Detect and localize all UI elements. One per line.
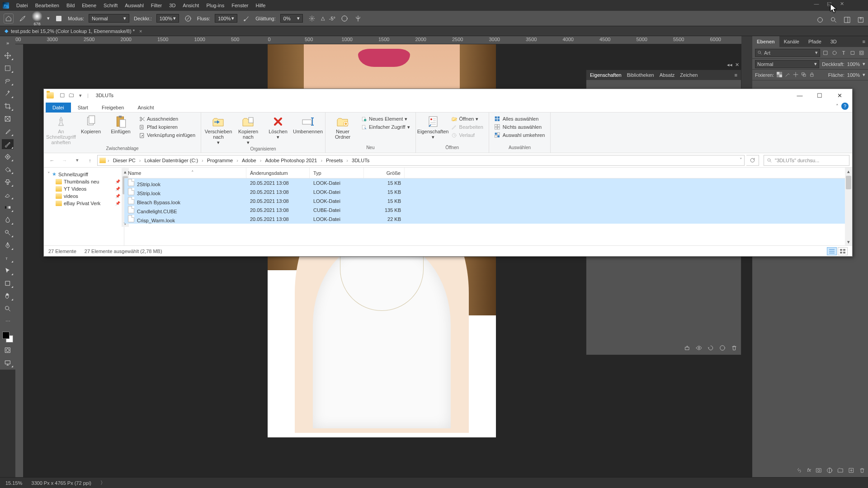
delete-button[interactable]: Löschen▾ [264,114,292,140]
ribbon-tab-share[interactable]: Freigeben [95,103,131,113]
breadcrumb[interactable]: Programme [205,155,235,165]
explorer-titlebar[interactable]: ▾ | 3DLUTs — ☐ ✕ [44,89,852,102]
paste-button[interactable]: Einfügen [107,114,134,134]
smoothing-options-icon[interactable] [307,14,316,23]
menu-hilfe[interactable]: Hilfe [252,0,269,11]
breadcrumb[interactable]: Adobe [240,155,258,165]
eyedropper-tool-icon[interactable] [2,127,14,136]
breadcrumb[interactable]: 3DLUTs [350,155,371,165]
frame-tool-icon[interactable] [2,114,14,124]
chevron-down-icon[interactable]: ▾ [76,91,85,99]
filter-pixel-icon[interactable] [822,49,829,56]
help-icon[interactable]: ? [841,103,849,110]
zoom-level[interactable]: 15.15% [5,480,22,486]
chevron-right-icon[interactable]: › [107,158,110,163]
cut-button[interactable]: Ausschneiden [137,115,197,122]
new-layer-icon[interactable] [848,467,854,474]
nav-recent-button[interactable]: ▾ [72,155,83,166]
breadcrumb[interactable]: Adobe Photoshop 2021 [263,155,319,165]
menu-ebene[interactable]: Ebene [78,0,100,11]
fx-icon[interactable]: fx [807,467,811,474]
file-row[interactable]: Candlelight.CUBE20.05.2021 13:08CUBE-Dat… [124,206,852,215]
adjustment-icon[interactable] [826,467,833,474]
edit-button[interactable]: Bearbeiten [449,123,485,131]
close-tab-icon[interactable]: × [139,28,142,34]
properties-button[interactable]: Eigenschaften▾ [420,114,447,140]
breadcrumb[interactable]: Lokaler Datenträger (C:) [142,155,200,165]
close-icon[interactable]: ✕ [735,62,739,68]
screenmode-icon[interactable] [2,358,14,368]
chevron-down-icon[interactable]: ▾ [863,72,865,78]
selectnone-button[interactable]: Nichts auswählen [493,123,547,131]
lock-pixels-icon[interactable] [785,72,790,78]
panel-tab-3d[interactable]: 3D [826,36,841,47]
column-type[interactable]: Typ [310,168,364,178]
restore-icon[interactable]: ◱ [826,1,833,7]
menu-fenster[interactable]: Fenster [228,0,252,11]
chevron-right-icon[interactable]: 〉 [100,479,105,486]
lasso-tool-icon[interactable] [2,76,14,86]
file-row[interactable]: 3Strip.look20.05.2021 13:08LOOK-Datei15 … [124,188,852,197]
column-date[interactable]: Änderungsdatum [246,168,310,178]
cloud-docs-icon[interactable] [816,16,824,24]
panel-tab-channels[interactable]: Kanäle [779,36,804,47]
ribbon-tab-file[interactable]: Datei [46,103,71,113]
link-layers-icon[interactable] [796,467,802,474]
chevron-down-icon[interactable]: ˅ [740,157,742,163]
nav-up-button[interactable]: ↑ [85,155,95,166]
chevron-right-icon[interactable]: › [138,158,142,163]
fill-value[interactable]: 100% [847,72,860,78]
visibility-icon[interactable] [696,345,702,352]
chevron-down-icon[interactable]: ▾ [863,61,865,67]
copyto-button[interactable]: Kopieren nach▾ [235,114,262,145]
chevron-right-icon[interactable]: › [345,158,349,163]
pressure-opacity-icon[interactable] [184,14,193,23]
newfolder-button[interactable]: Neuer Ordner [329,114,356,140]
copypath-button[interactable]: Pfad kopieren [137,123,197,131]
home-icon[interactable] [4,14,14,23]
filter-type-icon[interactable]: T [840,49,847,56]
thumbnails-view-button[interactable] [838,247,848,255]
blend-mode-select[interactable]: Normal▾ [89,14,129,23]
column-size[interactable]: Größe [364,168,405,178]
filter-smart-icon[interactable] [858,49,865,56]
brush-panel-toggle-icon[interactable] [54,14,63,23]
ribbon-tab-view[interactable]: Ansicht [131,103,160,113]
quick-access-root[interactable]: ˅★Schnellzugriff [46,170,122,178]
nav-item[interactable]: eBay Privat Verk📌 [46,200,122,207]
clip-icon[interactable] [684,345,690,352]
reset-icon[interactable] [708,345,714,352]
copy-button[interactable]: Kopieren [77,114,104,134]
breadcrumb[interactable]: Presets [324,155,344,165]
qa-props-icon[interactable] [58,91,66,99]
pressure-size-icon[interactable] [340,14,349,23]
address-bar[interactable]: › Dieser PC› Lokaler Datenträger (C:)› P… [97,155,745,166]
minimize-button[interactable]: — [790,89,810,102]
menu-bild[interactable]: Bild [63,0,78,11]
history-button[interactable]: Verlauf [449,131,485,139]
chevron-right-icon[interactable]: › [259,158,263,163]
panel-tab-paragraph[interactable]: Absatz [660,72,675,78]
close-icon[interactable]: ✕ [838,1,845,7]
lock-transparency-icon[interactable] [777,72,782,78]
menu-plug-ins[interactable]: Plug-ins [203,0,228,11]
nav-back-button[interactable]: ← [47,155,57,166]
search-input[interactable]: "3DLUTs" durchsu... [764,155,849,166]
panel-tab-character[interactable]: Zeichen [680,72,698,78]
symmetry-icon[interactable] [354,14,363,23]
maximize-button[interactable]: ☐ [810,89,830,102]
minimize-icon[interactable]: — [813,1,820,7]
menu-datei[interactable]: Datei [13,0,32,11]
eraser-tool-icon[interactable] [2,190,14,200]
paintbucket-tool-icon[interactable] [2,164,14,174]
zoom-tool-icon[interactable] [2,304,14,314]
path-select-tool-icon[interactable] [2,266,14,276]
smoothing-input[interactable]: 0%▾ [280,14,303,23]
crop-tool-icon[interactable] [2,101,14,111]
layer-blend-select[interactable]: Normal▾ [755,60,819,68]
menu-ansicht[interactable]: Ansicht [179,0,203,11]
marquee-tool-icon[interactable] [2,63,14,73]
healing-tool-icon[interactable] [2,152,14,162]
search-icon[interactable] [830,16,837,24]
color-swatches[interactable] [2,332,13,343]
